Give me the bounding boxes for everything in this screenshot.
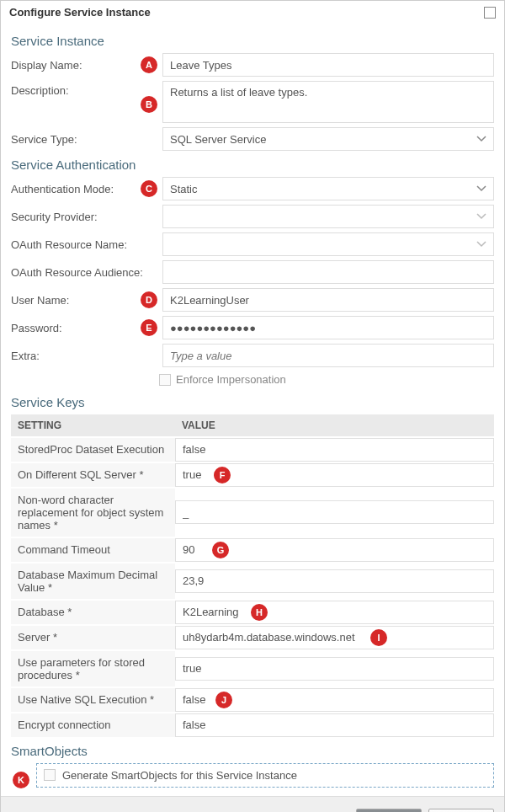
auth-mode-label: Authentication Mode: [11, 179, 137, 199]
annotation-k: K [13, 772, 29, 788]
service-keys-table: SETTING VALUE StoredProc Dataset Executi… [11, 414, 494, 737]
ok-button[interactable]: OK [356, 809, 422, 813]
value-input[interactable] [175, 626, 494, 649]
section-service-instance: Service Instance [11, 34, 494, 48]
oauth-name-select[interactable] [162, 232, 494, 256]
table-row: Database Maximum Decimal Value * [11, 563, 494, 600]
password-label: Password: [11, 318, 137, 338]
annotation-f: F [214, 467, 231, 483]
table-row: StoredProc Dataset Execution [11, 437, 494, 462]
table-row: On Different SQL Server * F [11, 462, 494, 488]
table-row: Server * I [11, 625, 494, 650]
chevron-down-icon [476, 239, 486, 249]
row-description: Description: B Returns a list of leave t… [11, 81, 494, 123]
chevron-down-icon [476, 184, 486, 194]
display-name-label: Display Name: [11, 56, 137, 75]
annotation-c: C [141, 180, 157, 197]
header-setting: SETTING [11, 414, 175, 437]
annotation-d: D [141, 291, 157, 308]
value-input[interactable] [175, 438, 494, 462]
row-enforce: Enforce Impersonation [159, 373, 286, 386]
section-service-auth: Service Authentication [11, 158, 494, 172]
value-input[interactable] [175, 569, 494, 593]
section-service-keys: Service Keys [11, 395, 494, 409]
annotation-i: I [370, 629, 387, 646]
row-auth-mode: Authentication Mode: C Static [11, 177, 494, 200]
service-type-label: Service Type: [11, 130, 137, 149]
annotation-j: J [215, 692, 232, 708]
section-smartobjects: SmartObjects [11, 744, 494, 758]
value-input[interactable] [175, 657, 494, 681]
row-display-name: Display Name: A [11, 53, 494, 77]
row-extra: Extra: [11, 344, 494, 367]
chevron-down-icon [476, 134, 486, 144]
row-oauth-name: OAuth Resource Name: [11, 232, 494, 256]
dialog-title: Configure Service Instance [9, 6, 151, 19]
annotation-b: B [141, 96, 157, 113]
setting-cell: Database * [11, 600, 175, 625]
service-type-value: SQL Server Service [170, 133, 266, 146]
dialog-footer: OK Cancel [1, 796, 504, 813]
header-value: VALUE [175, 414, 494, 437]
security-provider-label: Security Provider: [11, 207, 137, 227]
table-row: Command Timeout G [11, 537, 494, 563]
value-input[interactable] [175, 500, 494, 524]
table-row: Use Native SQL Execution * J [11, 687, 494, 713]
value-input[interactable] [175, 601, 494, 624]
table-row: Encrypt connection [11, 713, 494, 737]
annotation-g: G [212, 542, 229, 558]
row-password: Password: E [11, 316, 494, 339]
generate-smartobjects-checkbox[interactable] [44, 769, 56, 781]
setting-cell: Command Timeout [11, 537, 175, 563]
description-label: Description: [11, 81, 137, 100]
service-type-select[interactable]: SQL Server Service [162, 127, 494, 151]
titlebar: Configure Service Instance [1, 1, 504, 24]
auth-mode-select[interactable]: Static [162, 177, 494, 200]
oauth-audience-label: OAuth Resource Audience: [11, 263, 144, 282]
value-input[interactable] [175, 713, 494, 737]
enforce-checkbox[interactable] [159, 374, 171, 386]
service-keys-header-row: SETTING VALUE [11, 414, 494, 437]
table-row: Non-word character replacement for objec… [11, 488, 494, 537]
oauth-audience-input[interactable] [162, 260, 494, 284]
extra-label: Extra: [11, 346, 137, 366]
setting-cell: On Different SQL Server * [11, 462, 175, 488]
chevron-down-icon [476, 211, 486, 222]
generate-smartobjects-label: Generate SmartObjects for this Service I… [62, 769, 297, 782]
display-name-input[interactable] [162, 53, 494, 77]
row-oauth-audience: OAuth Resource Audience: [11, 260, 494, 284]
oauth-name-label: OAuth Resource Name: [11, 235, 137, 254]
smartobjects-wrap: K Generate SmartObjects for this Service… [11, 763, 494, 788]
username-label: User Name: [11, 291, 137, 310]
setting-cell: Non-word character replacement for objec… [11, 488, 175, 537]
auth-mode-value: Static [170, 183, 198, 195]
setting-cell: Use Native SQL Execution * [11, 687, 175, 713]
smartobjects-row: Generate SmartObjects for this Service I… [36, 763, 494, 788]
annotation-h: H [251, 604, 268, 621]
password-input[interactable] [162, 316, 494, 339]
row-service-type: Service Type: SQL Server Service [11, 127, 494, 151]
setting-cell: Server * [11, 625, 175, 650]
maximize-icon[interactable] [484, 7, 496, 19]
dialog-content: Service Instance Display Name: A Descrip… [1, 24, 504, 796]
description-input[interactable]: Returns a list of leave types. [162, 81, 494, 123]
row-security-provider: Security Provider: [11, 205, 494, 228]
config-dialog: Configure Service Instance Service Insta… [0, 0, 505, 812]
table-row: Database * H [11, 600, 494, 625]
setting-cell: Use parameters for stored procedures * [11, 650, 175, 687]
enforce-label: Enforce Impersonation [176, 373, 286, 386]
setting-cell: StoredProc Dataset Execution [11, 437, 175, 462]
cancel-button[interactable]: Cancel [428, 809, 494, 813]
security-provider-select[interactable] [162, 205, 494, 228]
annotation-a: A [141, 56, 157, 73]
extra-input[interactable] [162, 344, 494, 367]
setting-cell: Encrypt connection [11, 713, 175, 737]
setting-cell: Database Maximum Decimal Value * [11, 563, 175, 600]
annotation-e: E [141, 319, 157, 336]
table-row: Use parameters for stored procedures * [11, 650, 494, 687]
row-username: User Name: D [11, 288, 494, 312]
username-input[interactable] [162, 288, 494, 312]
